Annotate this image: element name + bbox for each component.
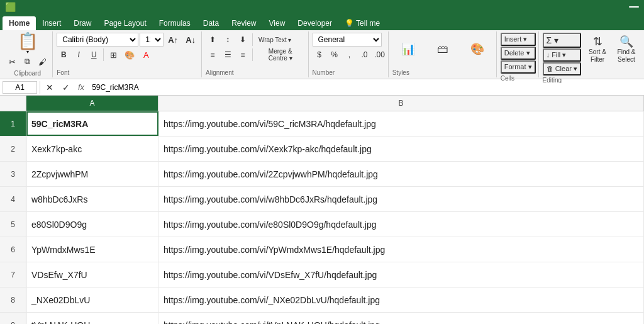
cell-a-7[interactable]: VDsEfw_X7fU: [26, 262, 158, 287]
number-row2: $ % , .0 .00: [313, 48, 386, 62]
format-button[interactable]: Format ▾: [501, 60, 536, 74]
tab-review[interactable]: Review: [225, 16, 262, 30]
conditional-formatting-button[interactable]: 📊: [392, 33, 425, 65]
cell-styles-icon: 🎨: [470, 42, 484, 56]
cell-b-5[interactable]: https://img.youtube.com/vi/e80Sl0D9O9g/h…: [158, 212, 644, 237]
percent-button[interactable]: %: [328, 48, 341, 62]
decrease-font-button[interactable]: A↓: [182, 33, 199, 47]
font-row2: B I U ⊞ 🎨 A: [57, 48, 199, 62]
clipboard-group: 📋 ▾ ✂ ⧉ 🖌 Clipboard: [3, 31, 53, 77]
cell-b-7[interactable]: https://img.youtube.com/vi/VDsEfw_X7fU/h…: [158, 262, 644, 287]
delete-button[interactable]: Delete ▾: [501, 47, 536, 60]
align-left-button[interactable]: ≡: [206, 48, 219, 62]
cell-b-3[interactable]: https://img.youtube.com/vi/2ZcpvjwwhPM/h…: [158, 162, 644, 186]
table-row: 2Xexk7kp-akchttps://img.youtube.com/vi/X…: [0, 137, 644, 162]
column-headers: A B: [0, 96, 644, 111]
align-center-button[interactable]: ☰: [221, 48, 235, 62]
font-size-select[interactable]: 12: [140, 33, 164, 47]
font-family-select[interactable]: Calibri (Body): [57, 33, 138, 47]
align-right-button[interactable]: ≡: [236, 48, 250, 62]
insert-button[interactable]: Insert ▾: [501, 33, 536, 46]
cell-b-2[interactable]: https://img.youtube.com/vi/Xexk7kp-akc/h…: [158, 137, 644, 161]
format-as-table-button[interactable]: 🗃: [427, 33, 459, 65]
cell-b-1[interactable]: https://img.youtube.com/vi/59C_ricM3RA/h…: [158, 111, 644, 136]
clipboard-small-btns: ✂ ⧉ 🖌: [5, 55, 50, 69]
cell-a-1[interactable]: 59C_ricM3RA: [26, 111, 158, 136]
borders-button[interactable]: ⊞: [106, 48, 120, 62]
increase-font-button[interactable]: A↑: [165, 33, 181, 47]
cell-styles-button[interactable]: 🎨: [462, 33, 494, 65]
title-bar-left: 🟩: [5, 2, 19, 12]
tab-insert[interactable]: Insert: [36, 16, 67, 30]
tab-home[interactable]: Home: [3, 16, 36, 30]
copy-button[interactable]: ⧉: [20, 55, 34, 69]
align-middle-button[interactable]: ↕: [221, 33, 235, 47]
underline-button[interactable]: U: [87, 48, 101, 62]
cell-a-4[interactable]: w8hbDc6JxRs: [26, 187, 158, 211]
wrap-text-button[interactable]: Wrap Text ▾: [255, 33, 294, 47]
cell-b-6[interactable]: https://img.youtube.com/vi/YpWmdxMws1E/h…: [158, 237, 644, 262]
column-header-b[interactable]: B: [158, 96, 644, 111]
row-number: 6: [0, 237, 26, 262]
increase-decimal-button[interactable]: .0: [358, 48, 372, 62]
cell-b-8[interactable]: https://img.youtube.com/vi/_NXe02DbLvU/h…: [158, 288, 644, 312]
font-row1: Calibri (Body) 12 A↑ A↓: [57, 33, 199, 47]
format-painter-button[interactable]: 🖌: [35, 55, 50, 69]
tab-page-layout[interactable]: Page Layout: [97, 16, 152, 30]
table-row: 7VDsEfw_X7fUhttps://img.youtube.com/vi/V…: [0, 262, 644, 288]
font-color-button[interactable]: A: [139, 48, 153, 62]
fill-button[interactable]: ↓ Fill ▾: [543, 48, 581, 62]
formula-input[interactable]: [89, 83, 641, 92]
bold-button[interactable]: B: [57, 48, 70, 62]
confirm-formula-button[interactable]: ✓: [59, 81, 73, 94]
cell-a-8[interactable]: _NXe02DbLvU: [26, 288, 158, 312]
align-bottom-button[interactable]: ⬇: [236, 33, 250, 47]
row-number: 9: [0, 313, 26, 324]
cut-button[interactable]: ✂: [5, 55, 19, 69]
tab-data[interactable]: Data: [197, 16, 225, 30]
find-select-button[interactable]: 🔍 Find & Select: [614, 33, 639, 65]
alignment-row2: ≡ ☰ ≡ Merge & Centre ▾: [206, 48, 306, 62]
tab-developer[interactable]: Developer: [291, 16, 338, 30]
tab-draw[interactable]: Draw: [67, 16, 97, 30]
sort-filter-button[interactable]: ⇅ Sort & Filter: [582, 33, 613, 65]
rows-container: 159C_ricM3RAhttps://img.youtube.com/vi/5…: [0, 111, 644, 324]
align-top-button[interactable]: ⬆: [206, 33, 219, 47]
alignment-row1: ⬆ ↕ ⬇ Wrap Text ▾: [206, 33, 306, 47]
tab-formulas[interactable]: Formulas: [153, 16, 197, 30]
cell-a-6[interactable]: YpWmdxMws1E: [26, 237, 158, 262]
decrease-decimal-button[interactable]: .00: [373, 48, 387, 62]
tab-view[interactable]: View: [263, 16, 292, 30]
table-row: 5e80Sl0D9O9ghttps://img.youtube.com/vi/e…: [0, 212, 644, 237]
paste-area: 📋 ▾: [18, 33, 38, 55]
column-header-a[interactable]: A: [26, 96, 158, 111]
row-number: 4: [0, 187, 26, 211]
cell-b-9[interactable]: https://img.youtube.com/vi/tVpLNAK-UQU/h…: [158, 313, 644, 324]
cell-a-5[interactable]: e80Sl0D9O9g: [26, 212, 158, 237]
number-format-select[interactable]: General Number Currency: [313, 33, 382, 47]
fill-color-button[interactable]: 🎨: [121, 48, 138, 62]
cell-a-3[interactable]: 2ZcpvjwwhPM: [26, 162, 158, 186]
italic-button[interactable]: I: [72, 48, 86, 62]
clear-button[interactable]: 🗑 Clear ▾: [543, 62, 581, 75]
tab-tell-me[interactable]: 💡 Tell me: [338, 16, 386, 30]
row-number: 3: [0, 162, 26, 186]
currency-button[interactable]: $: [313, 48, 326, 62]
styles-group: 📊 🗃 🎨 Styles: [390, 31, 497, 77]
comma-button[interactable]: ,: [343, 48, 357, 62]
paste-button[interactable]: 📋 ▾: [18, 33, 38, 55]
autosum-button[interactable]: Σ ▾: [543, 33, 581, 48]
cells-group-label: Cells: [501, 75, 536, 82]
cell-a-9[interactable]: tVpLNAK-UQU: [26, 313, 158, 324]
share-button[interactable]: [629, 6, 639, 8]
editing-col1: Σ ▾ ↓ Fill ▾ 🗑 Clear ▾: [543, 33, 581, 75]
row-number: 7: [0, 262, 26, 287]
cell-reference-input[interactable]: [3, 81, 37, 94]
paste-dropdown-arrow: ▾: [26, 49, 29, 55]
cell-a-2[interactable]: Xexk7kp-akc: [26, 137, 158, 161]
row-number: 8: [0, 288, 26, 312]
editing-btns: Σ ▾ ↓ Fill ▾ 🗑 Clear ▾ ⇅ Sort & Filter 🔍…: [543, 33, 639, 75]
cell-b-4[interactable]: https://img.youtube.com/vi/w8hbDc6JxRs/h…: [158, 187, 644, 211]
merge-center-button[interactable]: Merge & Centre ▾: [255, 48, 306, 62]
cancel-formula-button[interactable]: ✕: [43, 81, 57, 94]
